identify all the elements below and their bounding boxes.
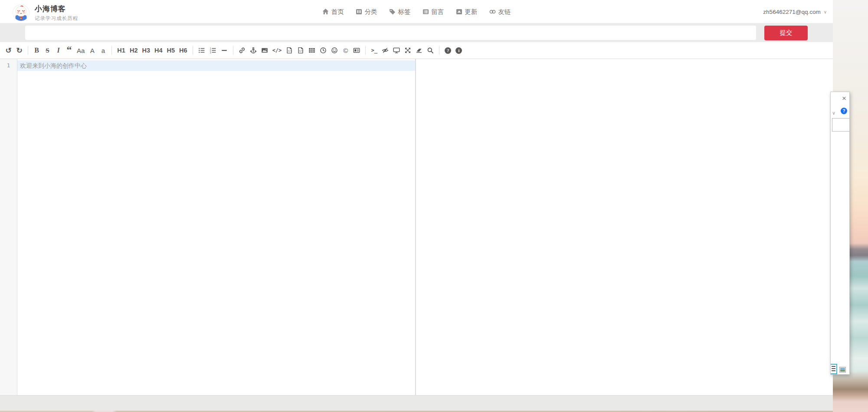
tag-icon <box>389 8 396 15</box>
heading5-icon-glyph: H5 <box>167 47 175 54</box>
horizontal-rule-icon[interactable] <box>219 44 229 57</box>
message-icon <box>423 8 429 15</box>
datetime-icon[interactable] <box>318 44 328 57</box>
nav-item-5[interactable]: 友链 <box>489 8 511 16</box>
nav-item-label: 首页 <box>331 8 344 16</box>
italic-icon-glyph: I <box>57 46 59 54</box>
search-icon[interactable] <box>425 44 436 57</box>
preformatted-text-icon[interactable]: </> <box>295 44 306 57</box>
nav-item-label: 留言 <box>432 8 444 16</box>
site-brand[interactable]: 小海博客 记录学习成长历程 <box>13 4 78 22</box>
main-nav: 首页分类标签留言更新友链 <box>322 0 511 23</box>
code-inline-icon[interactable]: </> <box>271 44 284 57</box>
close-icon[interactable]: × <box>842 95 846 102</box>
svg-text:3: 3 <box>210 51 211 54</box>
heading6-icon[interactable]: H6 <box>177 44 189 57</box>
list-ol-icon[interactable]: 123 <box>208 44 218 57</box>
toolbar-divider <box>439 46 439 55</box>
chevron-down-icon: ∨ <box>824 10 827 14</box>
emoji-icon[interactable] <box>329 44 340 57</box>
toolbar-divider <box>193 46 193 55</box>
heading1-icon[interactable]: H1 <box>115 44 127 57</box>
friend-link-icon <box>489 8 496 15</box>
goto-line-icon[interactable]: >_ <box>369 44 379 57</box>
anchor-icon[interactable] <box>248 44 259 57</box>
italic-icon[interactable]: I <box>53 44 63 57</box>
list-ul-icon[interactable] <box>197 44 207 57</box>
nav-item-2[interactable]: 标签 <box>389 8 411 16</box>
heading5-icon[interactable]: H5 <box>165 44 177 57</box>
nav-item-1[interactable]: 分类 <box>356 8 377 16</box>
bold-icon[interactable]: B <box>32 44 42 57</box>
editor-code-area[interactable]: 欢迎来到小海的创作中心 <box>17 59 416 395</box>
ucwords-icon[interactable]: Aa <box>75 44 86 57</box>
heading2-icon-glyph: H2 <box>130 47 138 54</box>
active-code-line[interactable]: 欢迎来到小海的创作中心 <box>17 60 415 71</box>
strikethrough-icon-glyph: S <box>46 47 49 54</box>
preview-icon[interactable] <box>391 44 402 57</box>
lowercase-icon[interactable]: a <box>98 44 108 57</box>
fullscreen-icon[interactable] <box>403 44 413 57</box>
nav-item-label: 友链 <box>498 8 511 16</box>
bold-icon-glyph: B <box>34 46 39 54</box>
help-badge-icon[interactable]: ? <box>841 108 847 114</box>
floating-extension-panel: × ∨ ? <box>830 92 850 375</box>
table-icon[interactable] <box>307 44 317 57</box>
line-number-gutter: 1 <box>0 59 17 395</box>
svg-text:</>: </> <box>288 49 292 52</box>
ime-lines <box>832 366 835 372</box>
user-account-dropdown[interactable]: zh56462271@qq.com ∨ <box>763 0 827 23</box>
toolbar-divider <box>28 46 28 55</box>
nav-item-label: 标签 <box>398 8 411 16</box>
quote-icon[interactable]: “ <box>64 44 74 57</box>
heading3-icon-glyph: H3 <box>142 47 150 54</box>
line-number: 1 <box>0 60 17 71</box>
chevron-down-icon[interactable]: ∨ <box>832 110 835 116</box>
heading1-icon-glyph: H1 <box>117 47 125 54</box>
nav-item-0[interactable]: 首页 <box>322 8 344 16</box>
nav-item-4[interactable]: 更新 <box>456 8 478 16</box>
input-method-icon[interactable] <box>830 364 837 374</box>
pagebreak-icon[interactable] <box>351 44 362 57</box>
site-header: 小海博客 记录学习成长历程 首页分类标签留言更新友链 zh56462271@qq… <box>0 0 833 23</box>
submit-button[interactable]: 提交 <box>764 26 808 40</box>
code-block-icon[interactable]: </> <box>284 44 295 57</box>
page-footer <box>0 396 833 411</box>
help-icon-glyph: ? <box>445 47 451 54</box>
main-app: 小海博客 记录学习成长历程 首页分类标签留言更新友链 zh56462271@qq… <box>0 0 833 412</box>
editor-toolbar: ↺↻BSI“AaAaH1H2H3H4H5H6123</></></>©>_?i <box>0 42 833 59</box>
nav-item-label: 更新 <box>465 8 478 16</box>
panel-text-field[interactable] <box>832 118 850 132</box>
site-subtitle: 记录学习成长历程 <box>35 15 78 22</box>
post-title-input[interactable] <box>25 26 756 40</box>
brand-text: 小海博客 记录学习成长历程 <box>35 4 78 22</box>
link-icon[interactable] <box>237 44 247 57</box>
heading3-icon[interactable]: H3 <box>140 44 152 57</box>
html-entities-icon-glyph: © <box>343 47 348 54</box>
image-icon[interactable] <box>259 44 270 57</box>
heading4-icon[interactable]: H4 <box>153 44 164 57</box>
toolbar-divider <box>111 46 112 55</box>
help-icon[interactable]: ? <box>443 44 453 57</box>
info-icon[interactable]: i <box>454 44 464 57</box>
heading6-icon-glyph: H6 <box>179 47 187 54</box>
update-icon <box>456 8 463 15</box>
html-entities-icon[interactable]: © <box>341 44 350 57</box>
nav-item-3[interactable]: 留言 <box>423 8 444 16</box>
heading2-icon[interactable]: H2 <box>128 44 140 57</box>
svg-text:</>: </> <box>299 49 304 52</box>
lowercase-icon-glyph: a <box>102 47 105 54</box>
ucwords-icon-glyph: Aa <box>77 47 85 54</box>
clear-icon[interactable] <box>414 44 424 57</box>
uppercase-icon[interactable]: A <box>87 44 97 57</box>
category-icon <box>356 8 363 15</box>
undo-icon[interactable]: ↺ <box>3 44 13 57</box>
post-title-band: 提交 <box>0 23 833 42</box>
watch-icon[interactable] <box>380 44 390 57</box>
picture-thumbnail-icon[interactable] <box>839 367 846 372</box>
strikethrough-icon[interactable]: S <box>43 44 52 57</box>
goto-line-icon-glyph: >_ <box>371 47 377 53</box>
picture-thumbnail-inner <box>840 368 845 372</box>
site-title: 小海博客 <box>35 4 78 14</box>
redo-icon[interactable]: ↻ <box>14 44 24 57</box>
